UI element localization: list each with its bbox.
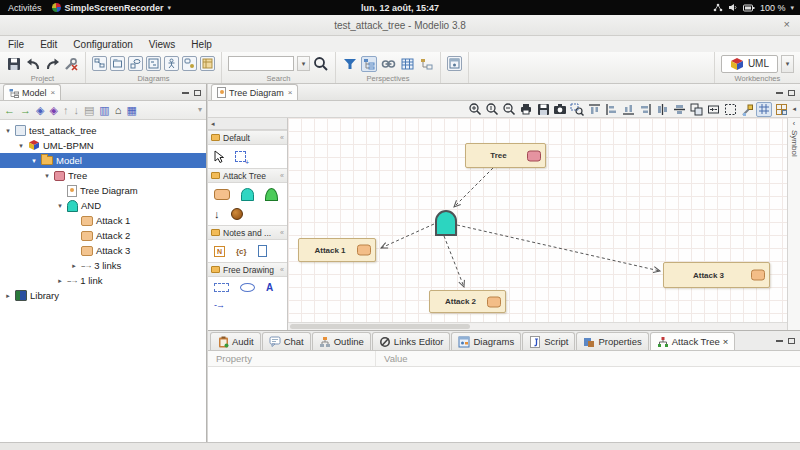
- nav-back-icon[interactable]: ←: [4, 105, 15, 116]
- zoom-selection-icon[interactable]: [569, 102, 585, 117]
- redo-icon[interactable]: [44, 56, 60, 72]
- marquee-tool[interactable]: [235, 151, 246, 162]
- undo-icon[interactable]: [25, 56, 41, 72]
- or-gate-tool[interactable]: [265, 188, 278, 201]
- collapse-all-icon[interactable]: ▤: [84, 105, 94, 116]
- configure-project-icon[interactable]: [63, 56, 79, 72]
- maximize-panel-icon[interactable]: [194, 90, 201, 96]
- print-icon[interactable]: [518, 102, 534, 117]
- nav-related-right-icon[interactable]: ◈: [49, 105, 57, 116]
- snap-grid-icon[interactable]: [722, 102, 738, 117]
- usecase-diagram-icon[interactable]: [128, 56, 143, 71]
- column-value[interactable]: Value: [376, 353, 408, 364]
- tree-row-1-link[interactable]: ▸--→1 link: [0, 273, 206, 288]
- tree-row-model[interactable]: ▾Model: [0, 153, 206, 168]
- tree-row-library[interactable]: ▸Library: [0, 288, 206, 303]
- edge-and-to-attack1[interactable]: [381, 224, 434, 248]
- workbench-selector[interactable]: UML: [721, 55, 778, 73]
- tree-row-uml-bpmn[interactable]: ▾UML-BPMN: [0, 138, 206, 153]
- palette-group-default[interactable]: Default «: [208, 130, 287, 145]
- tab-model[interactable]: Model ×: [3, 84, 61, 100]
- format-painter-icon[interactable]: [739, 102, 755, 117]
- note-tool[interactable]: N: [214, 246, 225, 257]
- node-attack3[interactable]: Attack 3: [663, 262, 770, 288]
- save-icon[interactable]: [6, 56, 22, 72]
- minimize-panel-icon[interactable]: [182, 92, 189, 94]
- search-dropdown-button[interactable]: ▾: [297, 56, 310, 71]
- activities-button[interactable]: Activités: [8, 3, 42, 13]
- state-diagram-icon[interactable]: [182, 56, 197, 71]
- zoom-in-icon[interactable]: [467, 102, 483, 117]
- align-top-icon[interactable]: [586, 102, 602, 117]
- symbol-expand-chevron-icon[interactable]: ‹: [793, 120, 795, 127]
- home-icon[interactable]: ⌂: [115, 105, 122, 116]
- align-right-icon[interactable]: [637, 102, 653, 117]
- ellipse-tool[interactable]: [240, 283, 255, 292]
- countermeasure-tool[interactable]: [231, 208, 243, 220]
- matrix-diagram-icon[interactable]: [200, 56, 215, 71]
- attack-node-tool[interactable]: [214, 189, 230, 200]
- tab-chat[interactable]: Chat: [262, 332, 311, 350]
- tab-links-editor[interactable]: Links Editor: [372, 332, 451, 350]
- palette-group-notes[interactable]: Notes and ... «: [208, 225, 287, 240]
- edge-tree-to-and[interactable]: [454, 168, 493, 207]
- link-with-editor-icon[interactable]: ▥: [99, 105, 109, 116]
- workbench-dropdown-button[interactable]: ▾: [781, 55, 794, 73]
- maximize-panel-icon[interactable]: [788, 338, 795, 344]
- tree-row-attack2[interactable]: Attack 2: [0, 228, 206, 243]
- zoom-out-icon[interactable]: [501, 102, 517, 117]
- link-tool[interactable]: ↓: [214, 209, 220, 220]
- minimize-panel-icon[interactable]: [776, 340, 783, 342]
- node-and-gate[interactable]: [435, 210, 457, 236]
- tree-row-and[interactable]: ▾AND: [0, 198, 206, 213]
- document-tool[interactable]: [258, 245, 267, 257]
- rectangle-tool[interactable]: [214, 283, 229, 292]
- tab-outline[interactable]: Outline: [312, 332, 371, 350]
- text-tool[interactable]: A: [266, 282, 273, 293]
- class-diagram-icon[interactable]: [92, 56, 107, 71]
- minimize-panel-icon[interactable]: [776, 92, 783, 94]
- palette-group-attack-tree[interactable]: Attack Tree «: [208, 168, 287, 183]
- search-icon[interactable]: [313, 56, 329, 72]
- edge-and-to-attack3[interactable]: [457, 225, 660, 271]
- menu-views[interactable]: Views: [141, 39, 184, 50]
- window-close-button[interactable]: ×: [784, 18, 790, 30]
- show-grid-icon[interactable]: [756, 102, 772, 117]
- align-left-icon[interactable]: [603, 102, 619, 117]
- edge-and-to-attack2[interactable]: [444, 236, 464, 287]
- table-perspective-icon[interactable]: [399, 56, 415, 72]
- and-gate-tool[interactable]: [241, 188, 254, 201]
- tree-row-tree-diagram[interactable]: Tree Diagram: [0, 183, 206, 198]
- audit-window-icon[interactable]: [447, 56, 462, 71]
- align-center-h-icon[interactable]: [671, 102, 687, 117]
- align-center-v-icon[interactable]: [654, 102, 670, 117]
- align-bottom-icon[interactable]: [620, 102, 636, 117]
- composite-diagram-icon[interactable]: [146, 56, 161, 71]
- zoom-100-icon[interactable]: [484, 102, 500, 117]
- nav-down-icon[interactable]: ↓: [73, 105, 79, 116]
- filter-icon[interactable]: [342, 56, 358, 72]
- tab-close-icon[interactable]: ×: [723, 336, 729, 347]
- nav-related-left-icon[interactable]: ◈: [36, 105, 44, 116]
- menu-help[interactable]: Help: [183, 39, 220, 50]
- tree-row-attack1[interactable]: Attack 1: [0, 213, 206, 228]
- model-tab-close-icon[interactable]: ×: [51, 88, 56, 97]
- system-menu-chevron-icon[interactable]: ▾: [790, 4, 794, 12]
- page-bounds-icon[interactable]: [773, 102, 789, 117]
- actor-diagram-icon[interactable]: [164, 56, 179, 71]
- line-tool[interactable]: -→: [214, 300, 224, 310]
- screenshot-icon[interactable]: [552, 102, 568, 117]
- menu-edit[interactable]: Edit: [32, 39, 65, 50]
- search-input[interactable]: [228, 56, 294, 71]
- tree-row-tree[interactable]: ▾Tree: [0, 168, 206, 183]
- symbol-sidebar[interactable]: ‹ Symbol: [787, 118, 800, 330]
- nav-up-icon[interactable]: ↑: [63, 105, 69, 116]
- links-perspective-icon[interactable]: [380, 56, 396, 72]
- fit-size-icon[interactable]: [705, 102, 721, 117]
- save-image-icon[interactable]: [535, 102, 551, 117]
- menu-file[interactable]: File: [0, 39, 32, 50]
- tree-row-project[interactable]: ▾test_attack_tree: [0, 123, 206, 138]
- scrollbar-thumb[interactable]: [290, 324, 470, 329]
- tree-row-attack3[interactable]: Attack 3: [0, 243, 206, 258]
- tab-tree-diagram[interactable]: Tree Diagram ×: [211, 84, 298, 100]
